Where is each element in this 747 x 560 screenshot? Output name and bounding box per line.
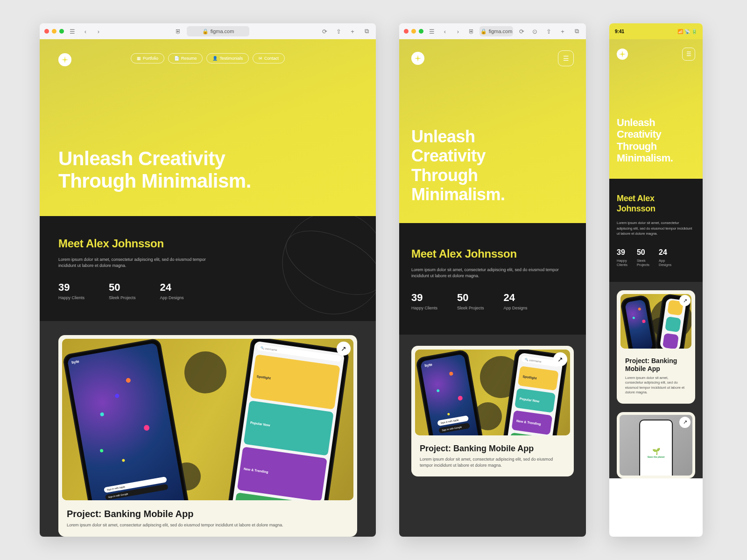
about-text: Lorem ipsum dolor sit amet, consectetur … [411,267,574,280]
stats-row: 39HappyClients 50SleekProjects 24AppDesi… [617,248,695,267]
tile-popular: Popular Now [244,400,334,455]
new-tab-icon[interactable]: + [558,27,567,36]
sidebar-icon[interactable]: ☰ [68,27,77,36]
back-icon[interactable]: ‹ [81,27,90,36]
traffic-lights [44,29,64,34]
portfolio-section: ↗ [609,282,703,478]
about-title: Meet AlexJohnsson [617,194,695,214]
hero-title: UnleashCreativityThroughMinimalism. [617,117,695,164]
nav-contact[interactable]: ✉Contact [253,53,285,63]
viewport-tablet: ☰ ‹ › ⛨ 🔒figma.com ⟳ ⊙ ⇧ + ⧉ ☰ UnleashCr… [399,23,586,537]
tile-trending: New & Trending [237,446,327,500]
arrow-up-right-icon[interactable]: ↗ [553,352,567,366]
project-card-main[interactable]: ↗ byte Sign in with A [58,335,357,537]
window-close-icon[interactable] [404,29,409,34]
window-fullscreen-icon[interactable] [419,29,423,34]
arrow-up-right-icon[interactable]: ↗ [679,417,691,428]
shield-icon[interactable]: ⛨ [466,27,476,36]
portfolio-section: ↗ byte Sign in with A [40,321,376,537]
person-icon: 👤 [212,56,218,61]
stat-projects: 50Sleek Projects [109,281,136,300]
hamburger-icon: ☰ [563,55,569,62]
arrow-up-right-icon[interactable]: ↗ [679,295,691,306]
refresh-icon[interactable]: ⟳ [517,27,526,36]
logo-star-icon[interactable] [58,53,71,66]
stat-designs: 24App Designs [160,281,184,300]
logo-star-icon[interactable] [617,49,628,60]
project-text: Lorem ipsum dolor sit amet, consectetur … [420,456,565,468]
url-bar[interactable]: 🔒figma.com [479,26,513,36]
nav-testimonials[interactable]: 👤Testimonials [206,53,249,63]
hero-nav: ☰ [411,50,574,66]
window-close-icon[interactable] [44,29,49,34]
forward-icon[interactable]: › [453,27,463,36]
page-content: ▦Portfolio 📄Resume 👤Testimonials ✉Contac… [40,39,376,537]
stat-projects: 50Sleek Projects [457,292,484,310]
project-card-body: Project: Banking Mobile App Lorem ipsum … [58,504,357,537]
hero-title: Unleash CreativityThrough Minimalism. [58,147,357,193]
about-title: Meet Alex Johnsson [411,247,574,260]
share-icon[interactable]: ⇧ [544,27,553,36]
signal-icon: 📶 [677,29,683,34]
viewport-mobile: 9:41 📶 📡 🔋 ☰ UnleashCreativityThroughMin… [609,23,703,537]
share-icon[interactable]: ⇧ [334,27,343,36]
project-text: Lorem ipsum dolor sit amet, consectetur … [625,376,687,395]
project-image: byte Sign in with Apple Sign in with Goo… [415,350,570,435]
battery-icon: 🔋 [691,29,697,34]
about-section: Meet Alex Johnsson Lorem ipsum dolor sit… [399,223,586,335]
page-content: ☰ UnleashCreativityThroughMinimalism. Me… [399,39,586,537]
arrow-up-right-icon[interactable]: ↗ [337,342,351,356]
new-tab-icon[interactable]: + [348,27,357,36]
page-content: ☰ UnleashCreativityThroughMinimalism. Me… [609,39,703,478]
stat-clients: 39Happy Clients [411,292,437,310]
window-minimize-icon[interactable] [411,29,416,34]
tile-spotlight: Spotlight [250,354,340,409]
project-title: Project: Banking Mobile App [67,509,349,519]
leaf-icon: 🌱 [652,448,660,455]
stat-clients: 39HappyClients [617,248,627,267]
stat-designs: 24App Designs [504,292,528,310]
grid-icon: ▦ [137,56,141,61]
stat-projects: 50SleekProjects [637,248,649,267]
hero-nav: ▦Portfolio 📄Resume 👤Testimonials ✉Contac… [58,53,357,63]
refresh-icon[interactable]: ⟳ [320,27,329,36]
hero-section: ☰ UnleashCreativityThroughMinimalism. [609,39,703,179]
stats-row: 39Happy Clients 50Sleek Projects 24App D… [411,292,574,310]
logo-star-icon[interactable] [411,52,424,65]
orbit-decoration-icon [273,216,376,321]
stat-clients: 39Happy Clients [58,281,85,300]
back-icon[interactable]: ‹ [440,27,450,36]
tabs-icon[interactable]: ⧉ [362,27,371,36]
project-title: Project: BankingMobile App [625,357,687,373]
tabs-icon[interactable]: ⧉ [572,27,581,36]
hero-section: ▦Portfolio 📄Resume 👤Testimonials ✉Contac… [40,39,376,216]
about-text: Lorem ipsum dolor sit amet, consectetur … [617,220,695,236]
sidebar-icon[interactable]: ☰ [427,27,437,36]
stat-designs: 24AppDesigns [659,248,671,267]
project-image: byte Sign in with Apple Sign in with Goo… [62,339,353,501]
project-title: Project: Banking Mobile App [420,444,565,454]
window-minimize-icon[interactable] [52,29,56,34]
project-card-main[interactable]: ↗ byte Sign in with Apple Sign in w [411,346,574,477]
mail-icon: ✉ [259,56,262,61]
shield-icon[interactable]: ⛨ [174,27,183,36]
document-icon: 📄 [174,56,179,61]
menu-button[interactable]: ☰ [558,50,574,66]
portfolio-section: ↗ byte Sign in with Apple Sign in w [399,335,586,537]
forward-icon[interactable]: › [94,27,103,36]
project-card-second[interactable]: ↗ 🌱Save the planet [617,412,695,478]
url-bar[interactable]: 🔒figma.com [187,26,250,36]
nav-portfolio[interactable]: ▦Portfolio [131,53,164,63]
about-title: Meet Alex Johnsson [58,237,357,250]
window-fullscreen-icon[interactable] [59,29,64,34]
safari-chrome: ☰ ‹ › ⛨ 🔒figma.com ⟳ ⇧ + ⧉ [40,23,376,39]
project-card-body: Project: Banking Mobile App Lorem ipsum … [411,439,574,476]
download-icon[interactable]: ⊙ [530,27,539,36]
ios-status-bar: 9:41 📶 📡 🔋 [609,23,703,39]
nav-resume[interactable]: 📄Resume [168,53,203,63]
about-text: Lorem ipsum dolor sit amet, consectetur … [58,257,217,269]
menu-button[interactable]: ☰ [682,48,695,61]
viewport-desktop: ☰ ‹ › ⛨ 🔒figma.com ⟳ ⇧ + ⧉ ▦Portfolio 📄R… [40,23,376,537]
project-card-main[interactable]: ↗ [617,290,695,404]
ios-time: 9:41 [615,29,624,34]
